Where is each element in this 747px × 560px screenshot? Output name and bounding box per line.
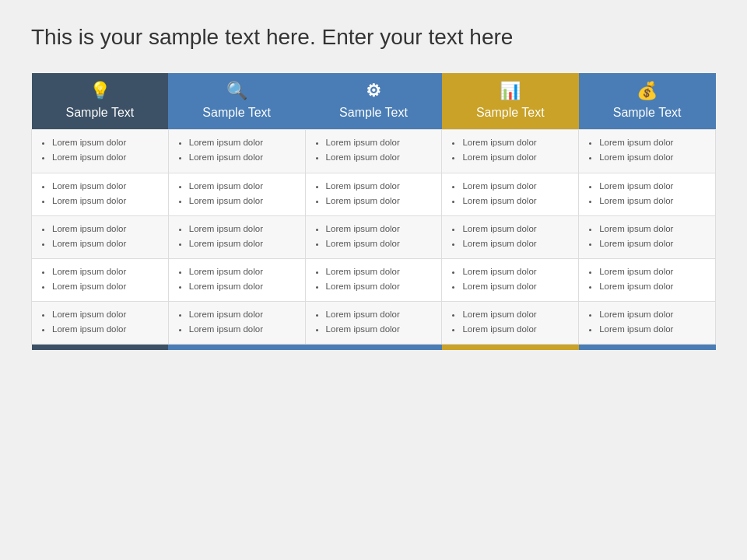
- list-item: Lorem ipsum dolor: [52, 136, 160, 149]
- body-cell-r1c1: Lorem ipsum dolorLorem ipsum dolor: [168, 173, 305, 215]
- list-item: Lorem ipsum dolor: [599, 237, 707, 250]
- list-item: Lorem ipsum dolor: [326, 151, 434, 163]
- list-item: Lorem ipsum dolor: [326, 222, 434, 235]
- table-row: Lorem ipsum dolorLorem ipsum dolorLorem …: [32, 258, 716, 301]
- body-cell-r2c4: Lorem ipsum dolorLorem ipsum dolor: [579, 215, 716, 258]
- body-cell-r2c2: Lorem ipsum dolorLorem ipsum dolor: [305, 215, 442, 258]
- list-item: Lorem ipsum dolor: [326, 136, 434, 149]
- list-item: Lorem ipsum dolor: [189, 194, 297, 207]
- page-title: This is your sample text here. Enter you…: [31, 23, 716, 51]
- body-cell-r4c3: Lorem ipsum dolorLorem ipsum dolor: [442, 302, 579, 345]
- header-row: 💡Sample Text🔍Sample Text⚙Sample Text📊Sam…: [32, 73, 716, 130]
- col-icon-col3: ⚙: [311, 81, 436, 101]
- list-item: Lorem ipsum dolor: [52, 194, 160, 207]
- col-icon-col4: 📊: [448, 81, 573, 101]
- body-cell-r4c1: Lorem ipsum dolorLorem ipsum dolor: [168, 302, 305, 345]
- body-cell-r3c1: Lorem ipsum dolorLorem ipsum dolor: [168, 258, 305, 301]
- footer-cell-col2: [168, 345, 305, 350]
- header-cell-col2: 🔍Sample Text: [168, 73, 305, 130]
- body-cell-r0c2: Lorem ipsum dolorLorem ipsum dolor: [305, 130, 442, 173]
- header-cell-col5: 💰Sample Text: [579, 73, 716, 130]
- list-item: Lorem ipsum dolor: [462, 237, 570, 250]
- list-item: Lorem ipsum dolor: [326, 180, 434, 192]
- list-item: Lorem ipsum dolor: [462, 136, 570, 149]
- list-item: Lorem ipsum dolor: [189, 151, 297, 163]
- list-item: Lorem ipsum dolor: [189, 308, 297, 320]
- list-item: Lorem ipsum dolor: [52, 308, 160, 320]
- col-label-col1: Sample Text: [38, 106, 163, 120]
- list-item: Lorem ipsum dolor: [599, 323, 707, 335]
- table-row: Lorem ipsum dolorLorem ipsum dolorLorem …: [32, 130, 716, 173]
- col-icon-col5: 💰: [585, 81, 710, 101]
- body-cell-r0c3: Lorem ipsum dolorLorem ipsum dolor: [442, 130, 579, 173]
- body-cell-r2c0: Lorem ipsum dolorLorem ipsum dolor: [32, 215, 169, 258]
- list-item: Lorem ipsum dolor: [462, 151, 570, 163]
- body-cell-r3c3: Lorem ipsum dolorLorem ipsum dolor: [442, 258, 579, 301]
- col-icon-col2: 🔍: [174, 81, 299, 101]
- list-item: Lorem ipsum dolor: [599, 222, 707, 235]
- list-item: Lorem ipsum dolor: [189, 180, 297, 192]
- list-item: Lorem ipsum dolor: [326, 237, 434, 250]
- list-item: Lorem ipsum dolor: [189, 265, 297, 278]
- list-item: Lorem ipsum dolor: [599, 136, 707, 149]
- list-item: Lorem ipsum dolor: [52, 151, 160, 163]
- list-item: Lorem ipsum dolor: [52, 180, 160, 192]
- page-content: This is your sample text here. Enter you…: [0, 0, 747, 366]
- body-cell-r2c3: Lorem ipsum dolorLorem ipsum dolor: [442, 215, 579, 258]
- body-cell-r0c0: Lorem ipsum dolorLorem ipsum dolor: [32, 130, 169, 173]
- footer-cell-col3: [305, 345, 442, 350]
- list-item: Lorem ipsum dolor: [189, 323, 297, 335]
- body-cell-r4c2: Lorem ipsum dolorLorem ipsum dolor: [305, 302, 442, 345]
- list-item: Lorem ipsum dolor: [189, 237, 297, 250]
- list-item: Lorem ipsum dolor: [462, 222, 570, 235]
- body-cell-r1c2: Lorem ipsum dolorLorem ipsum dolor: [305, 173, 442, 215]
- col-label-col5: Sample Text: [585, 106, 710, 120]
- body-cell-r3c2: Lorem ipsum dolorLorem ipsum dolor: [305, 258, 442, 301]
- body-cell-r4c0: Lorem ipsum dolorLorem ipsum dolor: [32, 302, 169, 345]
- col-label-col3: Sample Text: [311, 106, 436, 120]
- header-cell-col4: 📊Sample Text: [442, 73, 579, 130]
- col-icon-col1: 💡: [38, 81, 163, 101]
- table-row: Lorem ipsum dolorLorem ipsum dolorLorem …: [32, 173, 716, 215]
- footer-row: [32, 345, 716, 350]
- list-item: Lorem ipsum dolor: [52, 323, 160, 335]
- list-item: Lorem ipsum dolor: [462, 308, 570, 320]
- list-item: Lorem ipsum dolor: [599, 308, 707, 320]
- list-item: Lorem ipsum dolor: [326, 280, 434, 292]
- list-item: Lorem ipsum dolor: [599, 194, 707, 207]
- body-cell-r1c3: Lorem ipsum dolorLorem ipsum dolor: [442, 173, 579, 215]
- body-cell-r1c4: Lorem ipsum dolorLorem ipsum dolor: [579, 173, 716, 215]
- footer-cell-col1: [32, 345, 169, 350]
- body-cell-r4c4: Lorem ipsum dolorLorem ipsum dolor: [579, 302, 716, 345]
- table-row: Lorem ipsum dolorLorem ipsum dolorLorem …: [32, 302, 716, 345]
- body-cell-r1c0: Lorem ipsum dolorLorem ipsum dolor: [32, 173, 169, 215]
- body-cell-r3c0: Lorem ipsum dolorLorem ipsum dolor: [32, 258, 169, 301]
- list-item: Lorem ipsum dolor: [52, 280, 160, 292]
- list-item: Lorem ipsum dolor: [599, 180, 707, 192]
- list-item: Lorem ipsum dolor: [599, 280, 707, 292]
- list-item: Lorem ipsum dolor: [189, 136, 297, 149]
- list-item: Lorem ipsum dolor: [52, 265, 160, 278]
- body-cell-r3c4: Lorem ipsum dolorLorem ipsum dolor: [579, 258, 716, 301]
- list-item: Lorem ipsum dolor: [599, 265, 707, 278]
- list-item: Lorem ipsum dolor: [462, 323, 570, 335]
- list-item: Lorem ipsum dolor: [462, 280, 570, 292]
- col-label-col4: Sample Text: [448, 106, 573, 120]
- table-row: Lorem ipsum dolorLorem ipsum dolorLorem …: [32, 215, 716, 258]
- list-item: Lorem ipsum dolor: [326, 194, 434, 207]
- list-item: Lorem ipsum dolor: [462, 194, 570, 207]
- footer-cell-col4: [442, 345, 579, 350]
- list-item: Lorem ipsum dolor: [462, 265, 570, 278]
- list-item: Lorem ipsum dolor: [189, 222, 297, 235]
- list-item: Lorem ipsum dolor: [326, 265, 434, 278]
- list-item: Lorem ipsum dolor: [326, 308, 434, 320]
- list-item: Lorem ipsum dolor: [52, 237, 160, 250]
- list-item: Lorem ipsum dolor: [462, 180, 570, 192]
- header-cell-col3: ⚙Sample Text: [305, 73, 442, 130]
- list-item: Lorem ipsum dolor: [326, 323, 434, 335]
- list-item: Lorem ipsum dolor: [52, 222, 160, 235]
- footer-cell-col5: [579, 345, 716, 350]
- body-cell-r0c4: Lorem ipsum dolorLorem ipsum dolor: [579, 130, 716, 173]
- body-cell-r0c1: Lorem ipsum dolorLorem ipsum dolor: [168, 130, 305, 173]
- main-table: 💡Sample Text🔍Sample Text⚙Sample Text📊Sam…: [31, 73, 716, 349]
